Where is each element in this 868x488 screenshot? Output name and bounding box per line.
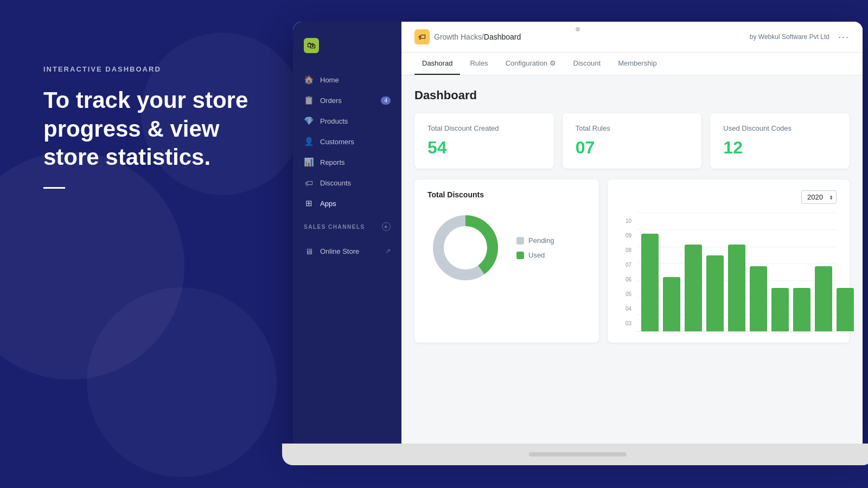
bar-group-1 bbox=[663, 277, 680, 331]
bar-9 bbox=[837, 288, 854, 331]
stat-card-used-discount-codes: Used Discount Codes 12 bbox=[710, 113, 850, 169]
laptop-base bbox=[282, 444, 868, 465]
donut-chart bbox=[427, 210, 503, 286]
shopify-interface: 🛍 🏠 Home 📋 Orders 4 💎 Products bbox=[293, 22, 863, 445]
tab-nav: Dashorad Rules Configuration ⚙ Discount … bbox=[401, 53, 863, 75]
sidebar-sales-nav: 🖥 Online Store ↗ bbox=[293, 241, 401, 261]
discounts-icon: 🏷 bbox=[304, 178, 314, 188]
bar-group-6 bbox=[771, 288, 789, 331]
bar-7 bbox=[793, 288, 810, 331]
topbar: 🏷 Growth Hacks/Dashboard by Webkul Softw… bbox=[401, 22, 863, 53]
tab-dashboard[interactable]: Dashorad bbox=[414, 53, 460, 75]
sidebar-nav: 🏠 Home 📋 Orders 4 💎 Products 👤 Cus bbox=[293, 69, 401, 214]
bar-group-2 bbox=[685, 245, 702, 331]
home-icon: 🏠 bbox=[304, 75, 314, 85]
legend-pending: Pending bbox=[516, 236, 554, 245]
sidebar-apps-label: Apps bbox=[320, 200, 336, 208]
bar-group-9 bbox=[837, 288, 854, 331]
tab-membership[interactable]: Membership bbox=[610, 53, 665, 75]
laptop-screen: 🛍 🏠 Home 📋 Orders 4 💎 Products bbox=[293, 22, 863, 445]
laptop-wrapper: 🛍 🏠 Home 📋 Orders 4 💎 Products bbox=[282, 22, 868, 488]
bar-1 bbox=[663, 277, 680, 331]
sidebar-item-reports[interactable]: 📊 Reports bbox=[293, 152, 401, 172]
legend-used-label: Used bbox=[528, 251, 545, 259]
year-select-wrap: 2018 2019 2020 2021 bbox=[801, 190, 837, 204]
svg-point-2 bbox=[449, 232, 482, 264]
sidebar-logo: 🛍 bbox=[293, 33, 401, 64]
main-content: 🏷 Growth Hacks/Dashboard by Webkul Softw… bbox=[401, 22, 863, 445]
stat-card-total-discount-created: Total Discount Created 54 bbox=[414, 113, 554, 169]
bar-2 bbox=[685, 245, 702, 331]
legend-used: Used bbox=[516, 251, 554, 259]
y-label-10: 10 bbox=[621, 218, 631, 224]
stat-label-2: Used Discount Codes bbox=[723, 124, 837, 132]
legend-used-dot bbox=[516, 252, 524, 259]
camera-dot bbox=[576, 27, 580, 31]
bar-group-8 bbox=[815, 266, 832, 331]
sidebar-item-products[interactable]: 💎 Products bbox=[293, 111, 401, 131]
y-axis: 10 09 08 07 06 05 04 03 bbox=[621, 213, 631, 332]
external-link-icon: ↗ bbox=[385, 247, 391, 255]
sidebar-item-apps[interactable]: ⊞ Apps bbox=[293, 193, 401, 214]
bar-8 bbox=[815, 266, 832, 331]
left-divider bbox=[43, 187, 65, 189]
sidebar-home-label: Home bbox=[320, 76, 339, 84]
tab-discount[interactable]: Discount bbox=[566, 53, 609, 75]
y-label-04: 04 bbox=[621, 306, 631, 312]
sidebar-online-store-label: Online Store bbox=[320, 247, 359, 255]
donut-card: Total Discounts bbox=[414, 179, 599, 343]
bar-group-0 bbox=[641, 234, 659, 331]
y-label-08: 08 bbox=[621, 247, 631, 253]
topbar-by-text: by Webkul Software Pvt Ltd bbox=[750, 33, 829, 41]
more-options-button[interactable]: ··· bbox=[838, 31, 850, 43]
sidebar-logo-icon: 🛍 bbox=[304, 38, 319, 53]
sidebar-discounts-label: Discounts bbox=[320, 179, 351, 187]
tab-configuration[interactable]: Configuration ⚙ bbox=[498, 53, 564, 75]
breadcrumb: Growth Hacks/Dashboard bbox=[434, 33, 521, 41]
breadcrumb-app: Growth Hacks bbox=[434, 33, 482, 41]
y-label-09: 09 bbox=[621, 233, 631, 239]
bar-card-header: 2018 2019 2020 2021 bbox=[621, 190, 837, 204]
bar-4 bbox=[728, 245, 745, 331]
bar-group-3 bbox=[706, 255, 724, 331]
bar-group-5 bbox=[750, 266, 767, 331]
y-label-03: 03 bbox=[621, 320, 631, 326]
dashboard-title: Dashboard bbox=[414, 88, 850, 102]
bar-3 bbox=[706, 255, 724, 331]
add-sales-channel-button[interactable]: + bbox=[382, 222, 391, 231]
bars-container bbox=[637, 213, 837, 332]
dashboard-body: Dashboard Total Discount Created 54 Tota… bbox=[401, 75, 863, 445]
orders-icon: 📋 bbox=[304, 95, 314, 105]
sidebar-item-orders[interactable]: 📋 Orders 4 bbox=[293, 90, 401, 111]
sales-channels-label: SALES CHANNELS bbox=[304, 224, 365, 230]
customers-icon: 👤 bbox=[304, 137, 314, 146]
y-label-07: 07 bbox=[621, 262, 631, 268]
legend-pending-label: Pending bbox=[528, 236, 554, 245]
sidebar-item-discounts[interactable]: 🏷 Discounts bbox=[293, 172, 401, 193]
donut-area: Pending Used bbox=[427, 210, 586, 286]
bar-group-4 bbox=[728, 245, 745, 331]
sidebar-item-customers[interactable]: 👤 Customers bbox=[293, 131, 401, 152]
tab-rules[interactable]: Rules bbox=[462, 53, 495, 75]
left-subtitle: INTERACTIVE DASHBOARD bbox=[43, 65, 250, 73]
sidebar-item-home[interactable]: 🏠 Home bbox=[293, 69, 401, 90]
stat-value-1: 07 bbox=[576, 138, 689, 158]
sidebar-customers-label: Customers bbox=[320, 138, 354, 146]
sales-channels-header: SALES CHANNELS + bbox=[293, 214, 401, 235]
left-headline: To track your store progress & view stor… bbox=[43, 86, 250, 172]
bg-circle-3 bbox=[87, 287, 277, 477]
y-label-06: 06 bbox=[621, 277, 631, 282]
stat-label-0: Total Discount Created bbox=[427, 124, 541, 132]
donut-card-title: Total Discounts bbox=[427, 190, 586, 199]
sidebar: 🛍 🏠 Home 📋 Orders 4 💎 Products bbox=[293, 22, 401, 445]
donut-legend: Pending Used bbox=[516, 236, 554, 259]
orders-badge: 4 bbox=[381, 97, 391, 105]
sidebar-item-online-store[interactable]: 🖥 Online Store ↗ bbox=[293, 241, 401, 261]
year-select[interactable]: 2018 2019 2020 2021 bbox=[801, 190, 837, 204]
products-icon: 💎 bbox=[304, 116, 314, 126]
bar-group-7 bbox=[793, 288, 810, 331]
stat-value-0: 54 bbox=[427, 138, 541, 158]
topbar-left: 🏷 Growth Hacks/Dashboard bbox=[414, 29, 521, 44]
charts-row: Total Discounts bbox=[414, 179, 850, 343]
apps-icon: ⊞ bbox=[304, 198, 314, 208]
